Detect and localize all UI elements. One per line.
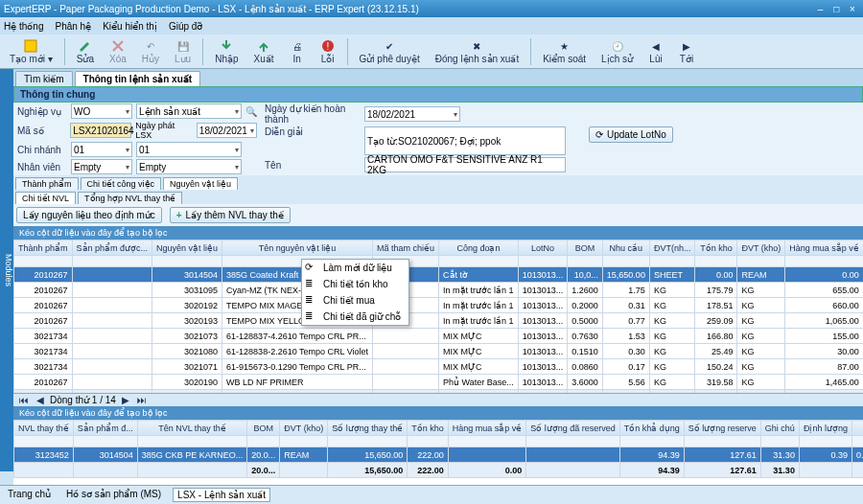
cell[interactable]: 5.56 <box>602 375 649 390</box>
cell[interactable]: KG <box>737 375 785 390</box>
col-header[interactable]: Tồn kho <box>695 241 737 256</box>
filter-cell[interactable] <box>408 436 449 447</box>
subtab-nvl[interactable]: Nguyên vật liệu <box>163 177 238 190</box>
cell[interactable]: 319.58 <box>695 375 737 390</box>
cell[interactable]: KG <box>737 298 785 313</box>
cell[interactable]: KG <box>649 375 695 390</box>
menu-view[interactable]: Kiểu hiển thị <box>103 21 157 32</box>
cell[interactable]: MIX MỰC <box>439 329 519 344</box>
cell[interactable]: 1013013... <box>518 375 568 390</box>
btn-dinhmuc[interactable]: Lấy nguyên liệu theo định mức <box>16 207 162 223</box>
footer-lsx[interactable]: LSX - Lệnh sản xuất <box>173 488 270 502</box>
col-header[interactable]: Mã tham chiếu <box>373 241 439 256</box>
fld-ngayphat[interactable]: 18/02/2021 <box>197 123 257 138</box>
cell[interactable]: KG <box>649 313 695 329</box>
table-row[interactable]: 20102673020190WB LD NF PRIMERPhủ Water B… <box>14 375 864 390</box>
cell[interactable]: KG <box>649 344 695 359</box>
filter-cell[interactable] <box>851 436 863 447</box>
cell[interactable]: 61-128837-4.2610 Tempo CRL PR... <box>222 329 373 344</box>
cell[interactable] <box>373 344 439 359</box>
cell[interactable] <box>72 344 152 359</box>
col-header[interactable]: BOM <box>568 241 603 256</box>
grid-nvl[interactable]: Thành phẩmSản phẩm được...Nguyên vật liệ… <box>13 240 863 393</box>
col-header[interactable]: Công đoạn <box>439 241 519 256</box>
col-header[interactable]: Tên NVL thay thế <box>137 421 247 436</box>
edit-button[interactable]: Sửa <box>71 36 100 66</box>
btn-thaythe[interactable]: +Lấy thêm NVL thay thế <box>170 207 291 223</box>
menu-module[interactable]: Phân hệ <box>55 21 91 32</box>
col-header[interactable]: BOM <box>247 421 280 436</box>
cell[interactable]: WB LD NF PRIMER <box>222 375 373 390</box>
filter-cell[interactable] <box>152 256 222 267</box>
subtab-thanhpham[interactable]: Thành phẩm <box>15 177 79 190</box>
filter-cell[interactable] <box>799 436 851 447</box>
table-row[interactable]: 3021734302108061-128838-2.2610 Tempo CRL… <box>14 344 864 359</box>
cell[interactable]: 3021071 <box>152 359 222 375</box>
cell[interactable]: 61-915673-0.1290 Tempo CRL PR... <box>222 359 373 375</box>
cell[interactable]: 0.77 <box>602 313 649 329</box>
cell[interactable] <box>72 329 152 344</box>
filter-cell[interactable] <box>280 436 328 447</box>
ctx-refresh[interactable]: ⟳Làm mới dữ liệu <box>302 260 408 276</box>
cell[interactable]: 31.30 <box>760 447 799 463</box>
cell[interactable]: 1.2600 <box>568 283 603 298</box>
filter-cell[interactable] <box>72 256 152 267</box>
filter-cell[interactable] <box>737 256 785 267</box>
col-header[interactable]: Số lượng đã reserved <box>526 421 620 436</box>
cell[interactable]: 3021734 <box>14 329 73 344</box>
cell[interactable]: 0.30 <box>602 344 649 359</box>
filter-cell[interactable] <box>137 436 247 447</box>
cell[interactable]: 3020193 <box>152 313 222 329</box>
cell[interactable]: KG <box>737 283 785 298</box>
cell[interactable]: MIX MỰC <box>439 359 519 375</box>
cell[interactable]: 127.61 <box>684 447 760 463</box>
table-row[interactable]: 20102673031095Cyan-MZ (TK NEX-P)In mặt t… <box>14 283 864 298</box>
filter-cell[interactable] <box>526 436 620 447</box>
cell[interactable]: 1,465.00 <box>785 375 863 390</box>
cell[interactable]: 3.6000 <box>568 375 603 390</box>
fld-diengiai[interactable]: Tạo từ:SO21020067; Đợi; ppok <box>364 126 566 155</box>
fld-nhanvien[interactable]: Empty <box>71 159 132 174</box>
cell[interactable]: 15,650.00 <box>328 447 408 463</box>
cell[interactable]: 3020192 <box>152 298 222 313</box>
tab-search[interactable]: Tìm kiếm <box>15 71 73 86</box>
col-header[interactable]: ĐVT (kho) <box>280 421 328 436</box>
cell[interactable]: 0.1510 <box>568 344 603 359</box>
table-row[interactable]: 20102673014504385G Coated Kraft Back PE … <box>14 267 864 283</box>
error-button[interactable]: !Lỗi <box>315 36 341 66</box>
cell[interactable] <box>72 359 152 375</box>
cell[interactable]: KG <box>737 329 785 344</box>
cell[interactable]: 0.00 <box>785 267 863 283</box>
pg-next[interactable]: ▶ <box>120 395 131 405</box>
cell[interactable]: 0.39 <box>799 447 851 463</box>
table-row[interactable]: 3021734302107161-915673-0.1290 Tempo CRL… <box>14 359 864 375</box>
cell[interactable]: 10,0... <box>568 267 603 283</box>
cell[interactable]: KG <box>737 359 785 375</box>
tab-info[interactable]: Thông tin lệnh sản xuất <box>75 71 201 86</box>
col-header[interactable]: LotNo <box>518 241 568 256</box>
col-header[interactable]: Thành phẩm <box>14 241 73 256</box>
cell[interactable]: Cắt tờ <box>439 267 519 283</box>
cell[interactable]: 1.53 <box>602 329 649 344</box>
cell[interactable]: 0.17 <box>602 359 649 375</box>
cell[interactable]: 655.00 <box>785 283 863 298</box>
ctx-reserved[interactable]: ≣Chi tiết đã giữ chỗ <box>302 309 408 325</box>
cell[interactable]: 2010267 <box>14 375 73 390</box>
update-lotno-button[interactable]: ⟳Update LotNo <box>589 126 673 143</box>
cell[interactable] <box>448 447 526 463</box>
col-header[interactable]: Nguyên vật liệu <box>152 241 222 256</box>
cell[interactable]: 0.31 <box>602 298 649 313</box>
cell[interactable]: 2010267 <box>14 298 73 313</box>
close-icon[interactable]: × <box>846 4 859 14</box>
filter-cell[interactable] <box>14 256 73 267</box>
ctx-purchase[interactable]: ≣Chi tiết mua <box>302 292 408 309</box>
cell[interactable]: Phủ Water Base... <box>439 375 519 390</box>
filter-cell[interactable] <box>448 436 526 447</box>
cell[interactable]: SHEET <box>649 267 695 283</box>
print-button[interactable]: 🖨In <box>284 36 311 66</box>
col-header[interactable]: Tồn khả dụng <box>619 421 684 436</box>
cell[interactable]: 2010267 <box>14 267 73 283</box>
cell[interactable]: 30.00 <box>785 344 863 359</box>
menu-help[interactable]: Giúp đỡ <box>169 21 202 32</box>
cell[interactable]: In mặt trước lần 1 <box>439 298 519 313</box>
